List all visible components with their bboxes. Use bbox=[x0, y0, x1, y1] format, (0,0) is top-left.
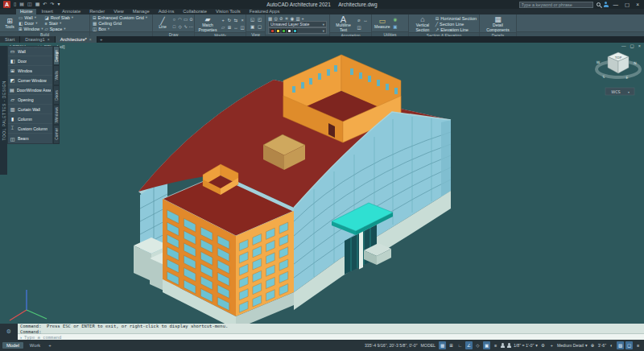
tab-collaborate[interactable]: Collaborate bbox=[179, 9, 211, 14]
wcs-button[interactable]: WCS ▾ bbox=[605, 88, 634, 95]
plot-icon[interactable]: ▦ bbox=[35, 1, 40, 8]
roof-slab-button[interactable]: ◪Roof Slab▾ bbox=[44, 15, 73, 20]
display-configuration[interactable]: Medium Detail bbox=[557, 343, 584, 348]
tab-manage[interactable]: Manage bbox=[129, 9, 154, 14]
annotation-scale[interactable]: 1/8" = 1'-0" bbox=[514, 343, 534, 348]
layer-dropdown[interactable]: ▾ bbox=[268, 27, 327, 34]
isodraft-toggle[interactable]: ◇ bbox=[474, 341, 481, 349]
enhanced-custom-grid-button[interactable]: ⊟Enhanced Custom Grid▾ bbox=[93, 15, 147, 20]
chevron-down-icon[interactable]: ▾ bbox=[535, 343, 538, 348]
array-icon[interactable]: ⊞ bbox=[226, 24, 233, 31]
tab-featured-apps[interactable]: Featured Apps bbox=[246, 9, 284, 14]
chevron-down-icon[interactable]: ▾ bbox=[585, 343, 588, 348]
file-tab-start[interactable]: Start bbox=[0, 36, 20, 43]
mirror-icon[interactable]: ⇆ bbox=[233, 17, 239, 24]
leader-icon[interactable]: ↔ bbox=[362, 17, 369, 24]
elevation-line-button[interactable]: ↗Elevation Line bbox=[436, 27, 477, 32]
global-cut-plane-icon[interactable]: ⊕ bbox=[589, 341, 597, 349]
named-views-icon[interactable]: ◱ bbox=[249, 16, 256, 23]
search-input[interactable] bbox=[522, 2, 591, 7]
rotate-icon[interactable]: ↻ bbox=[226, 17, 233, 24]
dimension-icon[interactable]: ⌀ bbox=[356, 17, 362, 24]
lineweight-toggle[interactable]: ≡ bbox=[492, 341, 499, 349]
qat-dropdown-icon[interactable]: ▾ bbox=[57, 1, 60, 8]
tab-home[interactable]: Home bbox=[16, 9, 36, 14]
tool-palette-title-strip[interactable]: TOOL PALETTES - DESIGN bbox=[0, 46, 7, 175]
annotation-visibility-icon[interactable] bbox=[501, 342, 506, 349]
close-icon[interactable]: × bbox=[89, 37, 92, 42]
qnew-icon[interactable]: ▯ bbox=[14, 1, 16, 8]
palette-item-curtain-wall[interactable]: ▥Curtain Wall bbox=[8, 105, 52, 114]
tab-annotate[interactable]: Annotate bbox=[58, 9, 85, 14]
palette-item-custom-column[interactable]: ⌶Custom Column bbox=[8, 124, 52, 134]
isolate-objects-toggle[interactable]: ◐ bbox=[608, 341, 615, 349]
minimize-icon[interactable]: — bbox=[621, 43, 626, 48]
command-input-row[interactable]: › bbox=[18, 334, 644, 340]
match-properties-button[interactable]: ▰ Match Properties bbox=[197, 15, 218, 32]
copy-icon[interactable]: ◫ bbox=[239, 24, 246, 31]
viewcube[interactable]: TOP N E S W bbox=[597, 52, 640, 80]
circle-icon[interactable]: ○ bbox=[171, 16, 177, 23]
palette-item-corner-window[interactable]: ◩Corner Window bbox=[8, 76, 52, 85]
close-icon[interactable]: × bbox=[638, 43, 641, 48]
detail-components-button[interactable]: ▦ Detail Components bbox=[482, 15, 514, 32]
quick-select-icon[interactable]: ▣ bbox=[391, 23, 398, 31]
close-button[interactable]: × bbox=[634, 1, 641, 8]
restore-button[interactable]: ▢ bbox=[623, 1, 631, 8]
sign-in-icon[interactable] bbox=[604, 2, 609, 7]
window-button[interactable]: ⊞Window▾ bbox=[19, 27, 43, 31]
stair-button[interactable]: ≡Stair▾ bbox=[44, 21, 73, 26]
palette-item-column[interactable]: ▮Column bbox=[8, 114, 52, 124]
palette-tab-windows[interactable]: Windows bbox=[53, 105, 60, 124]
restore-icon[interactable]: ▢ bbox=[630, 43, 634, 48]
save-icon[interactable]: ◫ bbox=[27, 1, 32, 8]
section-line-button[interactable]: ╱Section Line bbox=[436, 22, 477, 27]
tools-button[interactable]: ⊞ Tools bbox=[2, 15, 17, 31]
graphics-performance-toggle[interactable]: ▧ bbox=[617, 341, 624, 349]
cut-plane-height[interactable]: 3'-6" bbox=[598, 343, 606, 348]
layer-state-dropdown[interactable]: Unsaved Layer State ▾ bbox=[268, 21, 327, 27]
viewport-config-icon[interactable]: ◰ bbox=[256, 16, 263, 23]
osnap-toggle[interactable]: ▣ bbox=[483, 341, 490, 349]
file-tab-drawing1[interactable]: Drawing1× bbox=[20, 36, 55, 43]
open-icon[interactable]: ▤ bbox=[19, 1, 24, 8]
space-button[interactable]: ▱Space▾ bbox=[44, 27, 73, 31]
spline-icon[interactable]: ∿ bbox=[183, 23, 188, 31]
workspace-gear-icon[interactable]: ⚙ bbox=[539, 341, 547, 349]
more-icon[interactable]: ⋯ bbox=[188, 23, 194, 31]
palette-item-opening[interactable]: ▱Opening bbox=[8, 95, 52, 105]
ui-icon[interactable]: ▢ bbox=[256, 23, 263, 31]
horizontal-section-button[interactable]: ⊟Horizontal Section bbox=[436, 16, 477, 21]
redo-icon[interactable]: ↷ bbox=[50, 1, 54, 8]
new-layout-button[interactable]: + bbox=[47, 343, 53, 348]
door-button[interactable]: ◧Door▾ bbox=[19, 21, 43, 26]
model-space-indicator[interactable]: MODEL bbox=[421, 343, 436, 348]
tab-view[interactable]: View bbox=[109, 9, 127, 14]
stretch-icon[interactable]: ↔ bbox=[233, 24, 239, 31]
palette-tab-walls[interactable]: Walls bbox=[53, 65, 60, 85]
line-button[interactable]: ╱ Line bbox=[155, 15, 170, 31]
table-icon[interactable]: ◫ bbox=[356, 24, 362, 31]
tab-addins[interactable]: Add-ins bbox=[155, 9, 179, 14]
tab-insert[interactable]: Insert bbox=[37, 9, 57, 14]
vertical-section-button[interactable]: ⌂ Vertical Section bbox=[411, 15, 434, 32]
autoscale-icon[interactable] bbox=[507, 342, 512, 349]
ortho-toggle[interactable]: ∟ bbox=[456, 341, 464, 349]
tab-render[interactable]: Render bbox=[85, 9, 109, 14]
search-icon[interactable] bbox=[597, 2, 601, 6]
clean-screen-toggle[interactable]: ▢ bbox=[625, 341, 633, 349]
multiline-text-button[interactable]: A Multiline Text bbox=[332, 15, 354, 32]
tab-vision-tools[interactable]: Vision Tools bbox=[212, 9, 245, 14]
app-logo-icon[interactable]: A bbox=[3, 1, 10, 8]
view-manager-icon[interactable]: ▣ bbox=[249, 23, 256, 31]
command-input[interactable] bbox=[24, 335, 642, 340]
move-icon[interactable]: + bbox=[220, 17, 226, 24]
palette-tab-corner[interactable]: Corner bbox=[53, 125, 60, 144]
palette-tab-design[interactable]: Design bbox=[53, 46, 60, 65]
layout-tab-model[interactable]: Model bbox=[2, 342, 23, 349]
wall-button[interactable]: ▭Wall▾ bbox=[19, 15, 43, 20]
box-button[interactable]: ◫Box▾ bbox=[93, 27, 147, 31]
drawing-area[interactable]: [-][SW Isometric][Shaded] — ▢ × TOOL PAL… bbox=[0, 43, 644, 324]
palette-item-window[interactable]: ⊞Window bbox=[8, 66, 52, 76]
point-icon[interactable]: ⊙ bbox=[188, 16, 194, 23]
